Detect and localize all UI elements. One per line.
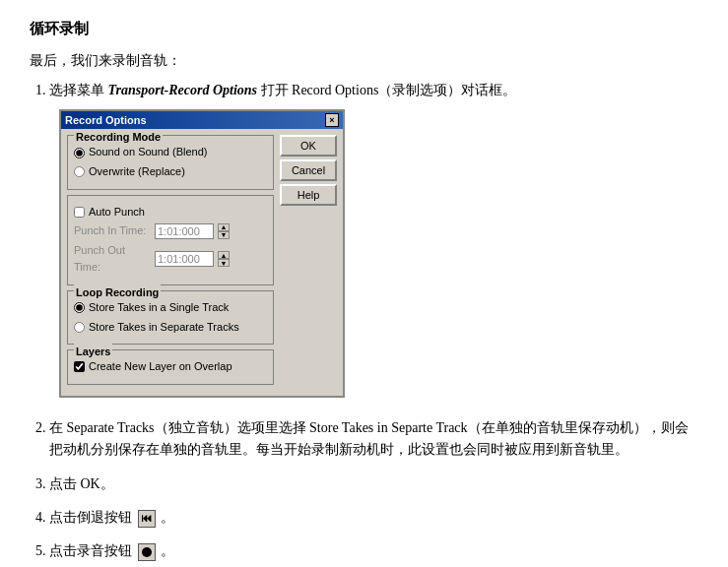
list-item: 点击录音按钮 。 [49,540,698,562]
step1-prefix: 选择菜单 [49,83,108,97]
overwrite-radio[interactable] [74,166,85,177]
step2-text: 在 Separate Tracks（独立音轨）选项里选择 Store Takes… [49,420,689,457]
punch-in-down[interactable]: ▼ [218,231,230,239]
auto-punch-row: Auto Punch [74,204,267,221]
dialog-container: Record Options × Recording Mode Sound on… [59,109,345,397]
create-layer-label: Create New Layer on Overlap [89,358,232,376]
single-track-option: Store Takes in a Single Track [74,299,267,317]
step5-prefix: 点击录音按钮 [49,543,132,558]
dialog-title: Record Options [65,112,147,130]
auto-punch-group: Auto Punch Punch In Time: ▲ ▼ [67,195,274,285]
sound-on-sound-label: Sound on Sound (Blend) [89,144,207,161]
record-icon [142,547,152,557]
punch-in-input[interactable] [155,223,214,239]
create-layer-row: Create New Layer on Overlap [74,358,267,376]
single-track-radio[interactable] [74,302,85,313]
list-item: 在 Separate Tracks（独立音轨）选项里选择 Store Takes… [49,417,698,462]
overwrite-option: Overwrite (Replace) [74,163,267,181]
loop-recording-group: Loop Recording Store Takes in a Single T… [67,290,274,345]
separate-tracks-option: Store Takes in Separate Tracks [74,319,267,337]
page-title: 循环录制 [30,20,698,38]
punch-in-up[interactable]: ▲ [218,223,230,231]
recording-mode-group: Recording Mode Sound on Sound (Blend) Ov… [67,135,274,189]
dialog-left-panel: Recording Mode Sound on Sound (Blend) Ov… [67,135,274,389]
ok-button[interactable]: OK [280,135,337,157]
punch-out-spinner[interactable]: ▲ ▼ [218,251,230,267]
layers-content: Create New Layer on Overlap [74,358,267,376]
single-track-label: Store Takes in a Single Track [89,299,229,317]
list-item: 点击倒退按钮 ⏮ 。 [49,507,698,529]
dialog-titlebar: Record Options × [61,111,343,129]
intro-text: 最后，我们来录制音轨： [30,52,698,70]
punch-out-down[interactable]: ▼ [218,259,230,267]
punch-out-row: Punch Out Time: ▲ ▼ [74,242,267,277]
punch-out-up[interactable]: ▲ [218,251,230,259]
help-button[interactable]: Help [280,184,337,206]
sound-on-sound-option: Sound on Sound (Blend) [74,144,267,161]
list-item: 点击 OK。 [49,473,698,495]
auto-punch-label: Auto Punch [89,204,145,221]
step5-suffix: 。 [161,543,174,558]
recording-mode-content: Sound on Sound (Blend) Overwrite (Replac… [74,144,267,180]
auto-punch-checkbox[interactable] [74,207,85,218]
record-options-dialog: Record Options × Recording Mode Sound on… [59,109,345,397]
rewind-icon: ⏮ [141,510,152,528]
punch-out-label: Punch Out Time: [74,242,151,277]
cancel-button[interactable]: Cancel [280,159,337,181]
list-item: 选择菜单 Transport-Record Options 打开 Record … [49,80,698,406]
dialog-close-button[interactable]: × [325,113,339,127]
create-layer-checkbox[interactable] [74,361,85,372]
separate-tracks-label: Store Takes in Separate Tracks [89,319,239,337]
sound-on-sound-radio[interactable] [74,148,85,158]
step1-menu: Transport-Record Options [108,83,258,97]
layers-label: Layers [74,344,112,361]
overwrite-label: Overwrite (Replace) [89,163,185,181]
punch-in-row: Punch In Time: ▲ ▼ [74,222,267,240]
step4-suffix: 。 [161,510,174,525]
dialog-body: Recording Mode Sound on Sound (Blend) Ov… [61,129,343,395]
punch-in-label: Punch In Time: [74,222,151,240]
auto-punch-content: Auto Punch Punch In Time: ▲ ▼ [74,204,267,277]
step3-text: 点击 OK。 [49,476,114,491]
step4-prefix: 点击倒退按钮 [49,510,132,525]
separate-tracks-radio[interactable] [74,322,85,333]
loop-recording-label: Loop Recording [74,284,161,302]
dialog-buttons-panel: OK Cancel Help [280,135,337,389]
loop-recording-content: Store Takes in a Single Track Store Take… [74,299,267,336]
layers-group: Layers Create New Layer on Overlap [67,349,274,385]
rewind-button: ⏮ [138,510,156,528]
record-button [138,543,156,561]
recording-mode-label: Recording Mode [74,129,163,147]
step1-suffix: 打开 Record Options（录制选项）对话框。 [257,83,516,97]
punch-in-spinner[interactable]: ▲ ▼ [218,223,230,239]
punch-out-input[interactable] [155,251,214,267]
